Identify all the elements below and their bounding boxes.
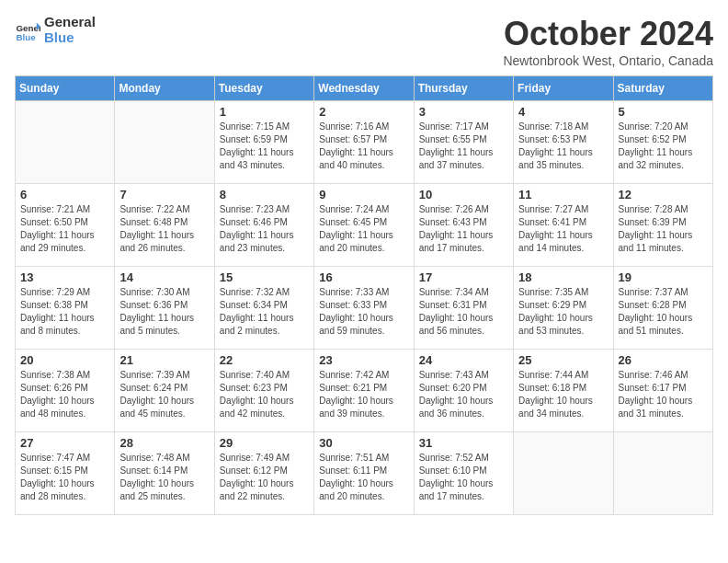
calendar-day-cell (613, 432, 712, 515)
logo-blue: Blue (44, 30, 96, 46)
day-info: Sunrise: 7:24 AM Sunset: 6:45 PM Dayligh… (319, 203, 408, 255)
day-of-week-header: Saturday (613, 76, 712, 101)
calendar-day-cell: 3Sunrise: 7:17 AM Sunset: 6:55 PM Daylig… (414, 101, 513, 184)
day-info: Sunrise: 7:49 AM Sunset: 6:12 PM Dayligh… (220, 452, 309, 503)
day-info: Sunrise: 7:38 AM Sunset: 6:26 PM Dayligh… (20, 369, 109, 420)
day-number: 30 (319, 436, 408, 450)
title-block: October 2024 Newtonbrook West, Ontario, … (503, 15, 713, 68)
day-info: Sunrise: 7:51 AM Sunset: 6:11 PM Dayligh… (319, 452, 408, 503)
calendar-day-cell: 19Sunrise: 7:37 AM Sunset: 6:28 PM Dayli… (613, 267, 712, 350)
day-number: 29 (220, 436, 309, 450)
location-title: Newtonbrook West, Ontario, Canada (503, 53, 713, 68)
day-number: 17 (419, 270, 508, 284)
day-number: 21 (119, 353, 209, 367)
calendar-week-row: 6Sunrise: 7:21 AM Sunset: 6:50 PM Daylig… (16, 184, 713, 267)
day-info: Sunrise: 7:44 AM Sunset: 6:18 PM Dayligh… (518, 369, 608, 420)
day-of-week-header: Wednesday (314, 76, 414, 101)
calendar-day-cell: 15Sunrise: 7:32 AM Sunset: 6:34 PM Dayli… (214, 267, 313, 350)
day-number: 5 (619, 105, 708, 119)
calendar-day-cell: 30Sunrise: 7:51 AM Sunset: 6:11 PM Dayli… (314, 432, 414, 515)
logo-icon: General Blue (15, 17, 40, 43)
day-info: Sunrise: 7:29 AM Sunset: 6:38 PM Dayligh… (20, 286, 109, 338)
calendar-day-cell: 1Sunrise: 7:15 AM Sunset: 6:59 PM Daylig… (214, 101, 313, 184)
logo: General Blue General Blue (15, 15, 96, 45)
calendar-day-cell: 10Sunrise: 7:26 AM Sunset: 6:43 PM Dayli… (414, 184, 513, 267)
day-number: 8 (220, 188, 309, 201)
day-number: 16 (319, 270, 408, 284)
calendar-day-cell: 12Sunrise: 7:28 AM Sunset: 6:39 PM Dayli… (613, 184, 712, 267)
day-info: Sunrise: 7:18 AM Sunset: 6:53 PM Dayligh… (518, 121, 608, 172)
day-number: 9 (319, 188, 408, 201)
day-info: Sunrise: 7:35 AM Sunset: 6:29 PM Dayligh… (518, 286, 608, 338)
calendar-day-cell: 17Sunrise: 7:34 AM Sunset: 6:31 PM Dayli… (414, 267, 513, 350)
day-info: Sunrise: 7:40 AM Sunset: 6:23 PM Dayligh… (220, 369, 309, 420)
calendar-day-cell: 8Sunrise: 7:23 AM Sunset: 6:46 PM Daylig… (214, 184, 313, 267)
day-number: 20 (20, 353, 109, 367)
day-of-week-header: Thursday (414, 76, 513, 101)
day-info: Sunrise: 7:43 AM Sunset: 6:20 PM Dayligh… (419, 369, 508, 420)
day-number: 14 (119, 270, 209, 284)
calendar-day-cell: 23Sunrise: 7:42 AM Sunset: 6:21 PM Dayli… (314, 350, 414, 432)
calendar-day-cell: 5Sunrise: 7:20 AM Sunset: 6:52 PM Daylig… (613, 101, 712, 184)
day-number: 1 (220, 105, 309, 119)
day-number: 10 (419, 188, 508, 201)
day-info: Sunrise: 7:42 AM Sunset: 6:21 PM Dayligh… (319, 369, 408, 420)
day-of-week-header: Tuesday (214, 76, 313, 101)
day-number: 4 (518, 105, 608, 119)
calendar-day-cell: 20Sunrise: 7:38 AM Sunset: 6:26 PM Dayli… (16, 350, 115, 432)
day-info: Sunrise: 7:21 AM Sunset: 6:50 PM Dayligh… (20, 203, 109, 255)
day-number: 2 (319, 105, 408, 119)
svg-text:Blue: Blue (16, 32, 36, 42)
day-number: 25 (518, 353, 608, 367)
day-number: 3 (419, 105, 508, 119)
day-number: 19 (619, 270, 708, 284)
day-info: Sunrise: 7:39 AM Sunset: 6:24 PM Dayligh… (119, 369, 209, 420)
calendar-week-row: 20Sunrise: 7:38 AM Sunset: 6:26 PM Dayli… (16, 350, 713, 432)
calendar-day-cell: 22Sunrise: 7:40 AM Sunset: 6:23 PM Dayli… (214, 350, 313, 432)
day-number: 24 (419, 353, 508, 367)
day-number: 11 (518, 188, 608, 201)
calendar-day-cell: 2Sunrise: 7:16 AM Sunset: 6:57 PM Daylig… (314, 101, 414, 184)
day-info: Sunrise: 7:48 AM Sunset: 6:14 PM Dayligh… (119, 452, 209, 503)
day-info: Sunrise: 7:27 AM Sunset: 6:41 PM Dayligh… (518, 203, 608, 255)
calendar-day-cell: 11Sunrise: 7:27 AM Sunset: 6:41 PM Dayli… (514, 184, 613, 267)
day-info: Sunrise: 7:47 AM Sunset: 6:15 PM Dayligh… (20, 452, 109, 503)
calendar-day-cell: 16Sunrise: 7:33 AM Sunset: 6:33 PM Dayli… (314, 267, 414, 350)
calendar-week-row: 27Sunrise: 7:47 AM Sunset: 6:15 PM Dayli… (16, 432, 713, 515)
calendar-day-cell: 18Sunrise: 7:35 AM Sunset: 6:29 PM Dayli… (514, 267, 613, 350)
day-number: 26 (619, 353, 708, 367)
calendar-table: SundayMondayTuesdayWednesdayThursdayFrid… (15, 75, 713, 515)
calendar-day-cell: 26Sunrise: 7:46 AM Sunset: 6:17 PM Dayli… (613, 350, 712, 432)
calendar-day-cell: 24Sunrise: 7:43 AM Sunset: 6:20 PM Dayli… (414, 350, 513, 432)
calendar-day-cell: 14Sunrise: 7:30 AM Sunset: 6:36 PM Dayli… (115, 267, 214, 350)
calendar-header-row: SundayMondayTuesdayWednesdayThursdayFrid… (16, 76, 713, 101)
day-info: Sunrise: 7:34 AM Sunset: 6:31 PM Dayligh… (419, 286, 508, 338)
day-number: 27 (20, 436, 109, 450)
calendar-day-cell (115, 101, 214, 184)
day-info: Sunrise: 7:32 AM Sunset: 6:34 PM Dayligh… (220, 286, 309, 338)
day-info: Sunrise: 7:17 AM Sunset: 6:55 PM Dayligh… (419, 121, 508, 172)
day-info: Sunrise: 7:30 AM Sunset: 6:36 PM Dayligh… (119, 286, 209, 338)
day-info: Sunrise: 7:20 AM Sunset: 6:52 PM Dayligh… (619, 121, 708, 172)
day-number: 28 (119, 436, 209, 450)
calendar-week-row: 1Sunrise: 7:15 AM Sunset: 6:59 PM Daylig… (16, 101, 713, 184)
calendar-day-cell (514, 432, 613, 515)
calendar-day-cell: 25Sunrise: 7:44 AM Sunset: 6:18 PM Dayli… (514, 350, 613, 432)
calendar-day-cell: 29Sunrise: 7:49 AM Sunset: 6:12 PM Dayli… (214, 432, 313, 515)
calendar-day-cell: 27Sunrise: 7:47 AM Sunset: 6:15 PM Dayli… (16, 432, 115, 515)
calendar-week-row: 13Sunrise: 7:29 AM Sunset: 6:38 PM Dayli… (16, 267, 713, 350)
day-of-week-header: Monday (115, 76, 214, 101)
calendar-day-cell: 4Sunrise: 7:18 AM Sunset: 6:53 PM Daylig… (514, 101, 613, 184)
day-number: 6 (20, 188, 109, 201)
calendar-day-cell: 28Sunrise: 7:48 AM Sunset: 6:14 PM Dayli… (115, 432, 214, 515)
day-number: 13 (20, 270, 109, 284)
day-info: Sunrise: 7:28 AM Sunset: 6:39 PM Dayligh… (619, 203, 708, 255)
calendar-day-cell: 7Sunrise: 7:22 AM Sunset: 6:48 PM Daylig… (115, 184, 214, 267)
page-header: General Blue General Blue October 2024 N… (15, 15, 713, 68)
day-info: Sunrise: 7:52 AM Sunset: 6:10 PM Dayligh… (419, 452, 508, 503)
day-info: Sunrise: 7:22 AM Sunset: 6:48 PM Dayligh… (119, 203, 209, 255)
logo-general: General (44, 15, 96, 30)
day-info: Sunrise: 7:23 AM Sunset: 6:46 PM Dayligh… (220, 203, 309, 255)
day-info: Sunrise: 7:15 AM Sunset: 6:59 PM Dayligh… (220, 121, 309, 172)
day-info: Sunrise: 7:16 AM Sunset: 6:57 PM Dayligh… (319, 121, 408, 172)
